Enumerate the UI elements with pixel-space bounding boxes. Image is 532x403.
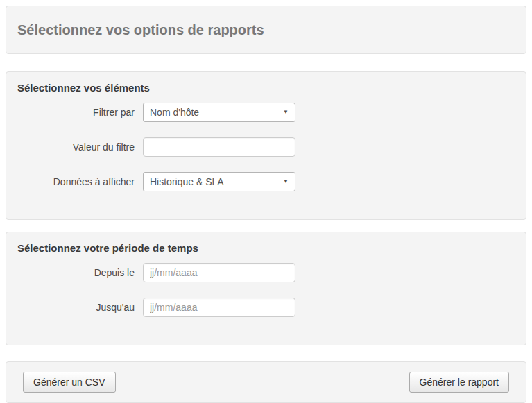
chevron-down-icon: ▼ (283, 110, 289, 115)
filter-by-label: Filtrer par (17, 107, 135, 118)
data-to-display-label: Données à afficher (17, 176, 135, 187)
elements-panel: Sélectionnez vos éléments Filtrer par No… (6, 71, 526, 220)
filter-by-select-value: Nom d'hôte (150, 107, 199, 118)
page-header: Sélectionnez vos options de rapports (6, 6, 526, 54)
filter-by-select[interactable]: Nom d'hôte ▼ (143, 103, 295, 122)
period-panel-heading: Sélectionnez votre période de temps (17, 242, 515, 254)
elements-panel-heading: Sélectionnez vos éléments (17, 82, 515, 94)
filter-value-input[interactable] (143, 137, 295, 157)
data-to-display-row: Données à afficher Historique & SLA ▼ (17, 172, 515, 191)
date-to-row: Jusqu'au (17, 298, 515, 317)
date-from-row: Depuis le (17, 263, 515, 282)
filter-value-label: Valeur du filtre (17, 142, 135, 153)
date-to-input[interactable] (143, 298, 295, 317)
date-to-label: Jusqu'au (17, 302, 135, 313)
actions-bar: Générer un CSV Générer le rapport (6, 361, 526, 403)
data-to-display-select-value: Historique & SLA (150, 176, 224, 187)
date-from-input[interactable] (143, 263, 295, 282)
filter-value-row: Valeur du filtre (17, 137, 515, 157)
chevron-down-icon: ▼ (283, 179, 289, 185)
period-panel: Sélectionnez votre période de temps Depu… (6, 232, 526, 345)
filter-by-row: Filtrer par Nom d'hôte ▼ (17, 103, 515, 122)
generate-csv-button[interactable]: Générer un CSV (23, 372, 116, 393)
report-options-page: Sélectionnez vos options de rapports Sél… (0, 0, 532, 403)
date-from-label: Depuis le (17, 267, 135, 278)
page-title: Sélectionnez vos options de rapports (17, 22, 264, 38)
data-to-display-select[interactable]: Historique & SLA ▼ (143, 172, 295, 191)
generate-report-button[interactable]: Générer le rapport (409, 372, 509, 393)
